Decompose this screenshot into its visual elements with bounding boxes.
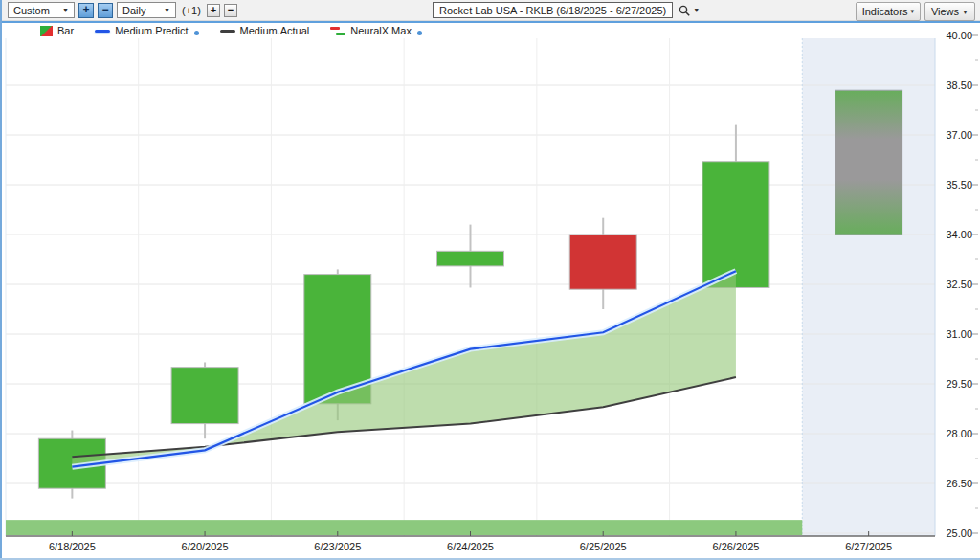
views-button-label: Views xyxy=(931,6,959,17)
actual-line-icon xyxy=(220,30,235,33)
legend-label: NeuralX.Max xyxy=(350,25,412,36)
chart-legend: Bar Medium.Predict Medium.Actual NeuralX… xyxy=(40,25,422,36)
chevron-down-icon: ▼ xyxy=(164,7,170,13)
svg-text:6/25/2025: 6/25/2025 xyxy=(580,541,627,552)
window-left-border xyxy=(0,0,2,560)
indicators-button[interactable]: Indicators ▾ xyxy=(856,2,921,21)
chevron-down-icon: ▾ xyxy=(910,8,914,15)
remove-bar-button[interactable]: − xyxy=(224,4,237,17)
predict-options-dot[interactable] xyxy=(194,31,199,35)
legend-item-neuralx-max[interactable]: NeuralX.Max xyxy=(330,25,422,36)
zoom-out-button[interactable]: − xyxy=(98,3,113,18)
predict-line-icon xyxy=(95,30,110,33)
svg-text:38.50: 38.50 xyxy=(946,79,972,91)
indicators-button-label: Indicators xyxy=(862,6,908,17)
symbol-search[interactable]: ▼ xyxy=(678,4,700,17)
toolbar: Custom ▼ + − Daily ▼ (+1) + − Rocket Lab… xyxy=(0,0,980,21)
zoom-in-button[interactable]: + xyxy=(78,3,94,18)
legend-label: Bar xyxy=(57,25,74,36)
toolbar-right-group: Indicators ▾ Views ▼ xyxy=(856,2,975,21)
add-bar-button[interactable]: + xyxy=(207,4,220,17)
period-select-value: Daily xyxy=(122,5,145,16)
svg-text:29.50: 29.50 xyxy=(946,378,972,390)
legend-label: Medium.Predict xyxy=(115,25,188,36)
chevron-down-icon: ▼ xyxy=(62,7,69,13)
views-button[interactable]: Views ▼ xyxy=(924,2,975,21)
minus-icon: − xyxy=(228,4,234,15)
svg-text:6/24/2025: 6/24/2025 xyxy=(447,541,494,552)
symbol-title: Rocket Lab USA - RKLB (6/18/2025 - 6/27/… xyxy=(439,5,666,16)
symbol-title-box[interactable]: Rocket Lab USA - RKLB (6/18/2025 - 6/27/… xyxy=(433,2,673,18)
svg-text:6/26/2025: 6/26/2025 xyxy=(712,541,759,552)
range-select[interactable]: Custom ▼ xyxy=(8,2,75,18)
svg-text:31.00: 31.00 xyxy=(946,328,972,340)
svg-text:6/23/2025: 6/23/2025 xyxy=(314,541,361,552)
svg-text:6/27/2025: 6/27/2025 xyxy=(845,541,892,552)
chart-app-window: Custom ▼ + − Daily ▼ (+1) + − Rocket Lab… xyxy=(0,0,980,560)
legend-item-bar[interactable]: Bar xyxy=(40,25,74,36)
chart-container: 6/18/20256/20/20256/23/20256/24/20256/25… xyxy=(0,23,980,560)
range-select-value: Custom xyxy=(13,5,50,16)
svg-text:28.00: 28.00 xyxy=(946,428,972,439)
neuralx-series-icon xyxy=(330,27,345,35)
svg-text:6/20/2025: 6/20/2025 xyxy=(182,541,229,552)
svg-text:40.00: 40.00 xyxy=(946,30,972,41)
plus-icon: + xyxy=(211,4,216,15)
bar-offset-label: (+1) xyxy=(180,5,203,16)
svg-text:32.50: 32.50 xyxy=(946,279,972,290)
svg-text:6/18/2025: 6/18/2025 xyxy=(49,541,96,552)
period-select[interactable]: Daily ▼ xyxy=(117,2,176,18)
legend-item-medium-predict[interactable]: Medium.Predict xyxy=(95,25,198,36)
price-chart[interactable]: 6/18/20256/20/20256/23/20256/24/20256/25… xyxy=(0,23,980,560)
svg-text:37.00: 37.00 xyxy=(946,129,972,141)
neuralx-options-dot[interactable] xyxy=(417,31,422,35)
toolbar-center-group: Rocket Lab USA - RKLB (6/18/2025 - 6/27/… xyxy=(433,2,700,18)
plus-icon: + xyxy=(82,3,89,16)
search-icon[interactable] xyxy=(678,4,691,17)
bar-series-icon xyxy=(40,26,53,36)
legend-item-medium-actual[interactable]: Medium.Actual xyxy=(220,25,310,36)
legend-label: Medium.Actual xyxy=(240,25,310,36)
svg-text:34.00: 34.00 xyxy=(946,229,972,240)
minus-icon: − xyxy=(101,3,108,16)
chevron-down-icon: ▼ xyxy=(962,9,969,15)
chevron-down-icon[interactable]: ▼ xyxy=(693,7,700,13)
svg-text:25.00: 25.00 xyxy=(946,527,972,539)
svg-text:35.50: 35.50 xyxy=(946,179,972,190)
svg-text:26.50: 26.50 xyxy=(946,478,972,489)
toolbar-left-group: Custom ▼ + − Daily ▼ (+1) + − xyxy=(8,2,237,18)
